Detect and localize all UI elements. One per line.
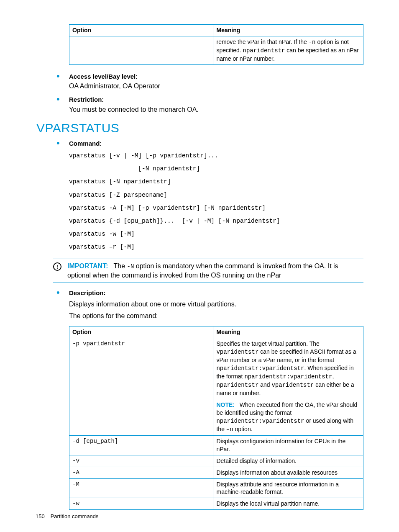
description-line2: The options for the command: — [69, 311, 363, 321]
code: nparidentstr — [216, 382, 258, 388]
list-item-description: Description: Displays information about … — [53, 289, 363, 320]
table-row: -A Displays information about available … — [69, 467, 363, 478]
cell-option: -p vparidentstr — [69, 338, 213, 436]
list-item-restriction: Restriction: You must be connected to th… — [53, 95, 363, 114]
cell-meaning: Displays configuration information for C… — [213, 435, 363, 455]
cell-meaning: Displays information about available res… — [213, 467, 363, 478]
command-syntax: vparstatus [-v | -M] [-p vparidentstr]..… — [69, 149, 363, 254]
text: option is mandatory when the command is … — [67, 262, 338, 279]
table-row: -w Displays the local virtual partition … — [69, 498, 363, 510]
code: -N — [127, 263, 134, 270]
top-option-table: Option Meaning remove the vPar in that n… — [69, 24, 363, 65]
restriction-text: You must be connected to the monarch OA. — [69, 105, 363, 114]
text: Specifies the target virtual partition. … — [216, 340, 319, 347]
code: vparidentstr — [216, 349, 258, 355]
footer-title: Partition commands — [51, 513, 99, 519]
code: nparidentstr:vparidentstr — [216, 365, 304, 372]
section-heading-vparstatus: VPARSTATUS — [36, 120, 363, 137]
code: nparidentstr:vparidentstr — [244, 373, 332, 380]
cell-option: -A — [69, 467, 213, 478]
th-option: Option — [69, 25, 213, 36]
text: option. — [233, 426, 253, 432]
page-number: 150 — [36, 513, 45, 519]
th-meaning: Meaning — [213, 326, 363, 338]
code: -n — [309, 39, 316, 46]
table-row: remove the vPar in that nPar. If the -n … — [69, 36, 363, 64]
table-row: -p vparidentstr Specifies the target vir… — [69, 338, 363, 436]
code: vparidentstr — [271, 382, 314, 388]
important-label: IMPORTANT: — [67, 262, 108, 270]
th-meaning: Meaning — [213, 25, 363, 36]
cell-meaning: Specifies the target virtual partition. … — [213, 338, 363, 436]
cell-option — [69, 36, 213, 64]
list-item-command: Command: vparstatus [-v | -M] [-p vparid… — [53, 139, 363, 254]
cell-meaning: Displays the local virtual partition nam… — [213, 498, 363, 510]
table-row: -M Displays attribute and resource infor… — [69, 478, 363, 498]
cell-option: -w — [69, 498, 213, 510]
cell-option: -M — [69, 478, 213, 498]
description-label: Description: — [69, 289, 363, 297]
text: The — [114, 262, 127, 270]
restriction-label: Restriction: — [69, 95, 363, 104]
table-row: -v Detailed display of information. — [69, 455, 363, 467]
text: When executed from the OA, the vPar shou… — [216, 401, 357, 416]
cell-option: -d [cpu_path] — [69, 435, 213, 455]
code: nparidentstr:vparidentstr — [216, 418, 304, 424]
text: remove the vPar in that nPar. If the — [216, 39, 308, 45]
important-icon: ! — [53, 262, 61, 271]
description-line1: Displays information about one or more v… — [69, 300, 363, 309]
note-label: NOTE: — [216, 401, 235, 408]
cell-meaning: remove the vPar in that nPar. If the -n … — [213, 36, 363, 64]
important-text: IMPORTANT: The -N option is mandatory wh… — [67, 262, 363, 280]
th-option: Option — [69, 326, 213, 338]
access-label: Access level/Bay level: — [69, 72, 363, 81]
list-item-access: Access level/Bay level: OA Administrator… — [53, 72, 363, 91]
code: –n — [226, 426, 233, 433]
cell-option: -v — [69, 455, 213, 467]
access-text: OA Administrator, OA Operator — [69, 82, 363, 91]
table-row: -d [cpu_path] Displays configuration inf… — [69, 435, 363, 455]
command-label: Command: — [69, 139, 363, 148]
important-callout: ! IMPORTANT: The -N option is mandatory … — [53, 259, 363, 283]
text: , — [332, 373, 334, 380]
cell-meaning: Displays attribute and resource informat… — [213, 478, 363, 498]
options-table: Option Meaning -p vparidentstr Specifies… — [69, 326, 363, 510]
cell-meaning: Detailed display of information. — [213, 455, 363, 467]
page-footer: 150Partition commands — [36, 513, 99, 520]
text: and — [258, 381, 271, 388]
code: nparidentstr — [243, 47, 285, 54]
